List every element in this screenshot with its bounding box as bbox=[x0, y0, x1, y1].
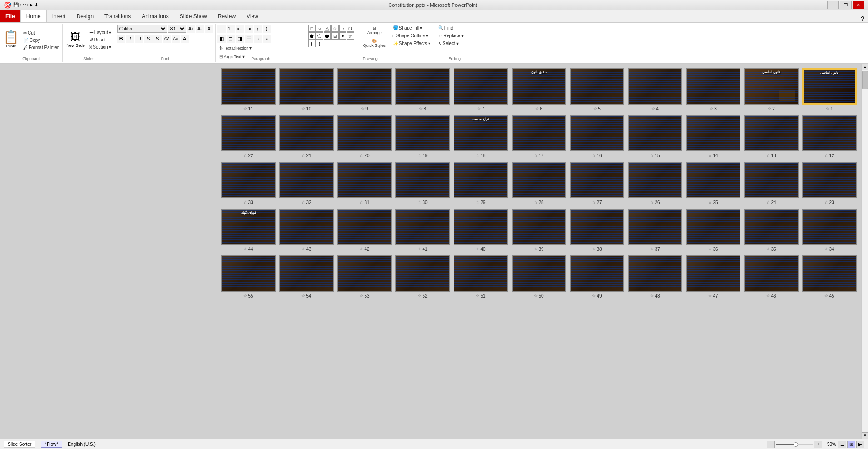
slide-thumbnail[interactable] bbox=[395, 162, 450, 198]
find-button[interactable]: 🔍 Find bbox=[436, 25, 455, 31]
replace-button[interactable]: ↔ Replace ▾ bbox=[436, 32, 465, 39]
arrange-button[interactable]: ⊡ Arrange bbox=[361, 25, 388, 36]
flow-tab[interactable]: *Flow* bbox=[41, 441, 62, 448]
slide-thumbnail[interactable] bbox=[395, 209, 450, 245]
font-color-button[interactable]: A bbox=[181, 35, 189, 43]
slide-item[interactable]: ☆27 bbox=[570, 162, 624, 205]
text-dir-button[interactable]: ↔ bbox=[254, 35, 262, 43]
slide-thumbnail[interactable] bbox=[686, 209, 740, 245]
case-button[interactable]: Aa bbox=[172, 35, 180, 43]
slide-thumbnail[interactable] bbox=[802, 255, 857, 292]
slide-item[interactable]: ☆19 bbox=[395, 115, 450, 158]
tab-view[interactable]: View bbox=[241, 10, 264, 22]
shape-outline-button[interactable]: □ Shape Outline ▾ bbox=[391, 32, 432, 39]
tab-transitions[interactable]: Transitions bbox=[99, 10, 136, 22]
shape-item[interactable]: ⊞ bbox=[331, 32, 339, 40]
select-button[interactable]: ↖ Select ▾ bbox=[436, 40, 460, 47]
justify-button[interactable]: ☰ bbox=[245, 35, 253, 43]
slide-item[interactable]: قانون اساسی☆2 bbox=[744, 68, 799, 111]
text-direction-button[interactable]: ⇅ Text Direction ▾ bbox=[217, 45, 254, 51]
slide-item[interactable]: ☆51 bbox=[454, 255, 508, 299]
align-text-button[interactable]: ≡ bbox=[263, 35, 271, 43]
slide-thumbnail[interactable] bbox=[279, 209, 334, 245]
slide-item[interactable]: ☆46 bbox=[744, 255, 799, 299]
bold-button[interactable]: B bbox=[117, 35, 125, 43]
slide-thumbnail[interactable] bbox=[686, 115, 740, 151]
cut-button[interactable]: ✂ Cut bbox=[21, 30, 60, 36]
slide-thumbnail[interactable] bbox=[570, 209, 624, 245]
slide-item[interactable]: ☆39 bbox=[512, 209, 566, 252]
increase-indent-button[interactable]: ⇥ bbox=[245, 25, 253, 33]
slide-item[interactable]: ☆38 bbox=[570, 209, 624, 252]
slide-thumbnail[interactable] bbox=[570, 115, 624, 151]
slide-item[interactable]: ☆10 bbox=[279, 68, 334, 111]
slide-item[interactable]: ☆20 bbox=[337, 115, 392, 158]
align-center-button[interactable]: ⊟ bbox=[227, 35, 235, 43]
align-right-button[interactable]: ◨ bbox=[236, 35, 244, 43]
shape-item[interactable]: □ bbox=[308, 25, 316, 32]
slide-thumbnail[interactable] bbox=[628, 209, 682, 245]
slide-item[interactable]: ☆30 bbox=[395, 162, 450, 205]
new-slide-button[interactable]: 🖼 New Slide bbox=[64, 30, 87, 49]
slide-thumbnail[interactable]: فراخ به پسی bbox=[454, 115, 508, 151]
slide-item[interactable]: ☆13 bbox=[744, 115, 799, 158]
slide-item[interactable]: ☆12 bbox=[802, 115, 857, 158]
slide-thumbnail[interactable] bbox=[802, 115, 857, 151]
shape-item[interactable]: ⬟ bbox=[308, 32, 316, 40]
shape-item[interactable]: △ bbox=[324, 25, 331, 32]
slide-thumbnail[interactable] bbox=[337, 162, 392, 198]
shape-item[interactable]: ⬢ bbox=[324, 32, 331, 40]
tab-animations[interactable]: Animations bbox=[136, 10, 174, 22]
slide-thumbnail[interactable] bbox=[279, 255, 334, 292]
shape-item[interactable]: ✦ bbox=[339, 32, 346, 40]
slide-thumbnail[interactable] bbox=[337, 209, 392, 245]
slide-thumbnail[interactable] bbox=[512, 115, 566, 151]
tab-file[interactable]: File bbox=[0, 10, 20, 22]
slide-thumbnail[interactable] bbox=[744, 209, 799, 245]
shrink-font-button[interactable]: A↓ bbox=[196, 25, 204, 33]
slide-thumbnail[interactable] bbox=[628, 162, 682, 198]
slide-thumbnail[interactable] bbox=[454, 255, 508, 292]
shape-item[interactable]: ◇ bbox=[331, 25, 339, 32]
slide-item[interactable]: ☆52 bbox=[395, 255, 450, 299]
slide-thumbnail[interactable] bbox=[395, 255, 450, 292]
scroll-down-button[interactable]: ▼ bbox=[862, 432, 868, 439]
slide-sorter-tab[interactable]: Slide Sorter bbox=[4, 441, 35, 448]
font-size-select[interactable]: 80 bbox=[168, 25, 186, 33]
slide-item[interactable]: ☆32 bbox=[279, 162, 334, 205]
slide-item[interactable]: ☆42 bbox=[337, 209, 392, 252]
slide-thumbnail[interactable] bbox=[395, 68, 450, 105]
slide-item[interactable]: ☆31 bbox=[337, 162, 392, 205]
slide-thumbnail[interactable] bbox=[221, 68, 276, 105]
layout-button[interactable]: ☰ Layout ▾ bbox=[88, 29, 113, 36]
slide-thumbnail[interactable] bbox=[628, 255, 682, 292]
slide-item[interactable]: ☆22 bbox=[221, 115, 276, 158]
slide-thumbnail[interactable] bbox=[279, 162, 334, 198]
slide-thumbnail[interactable] bbox=[454, 209, 508, 245]
slide-thumbnail[interactable] bbox=[395, 115, 450, 151]
slide-thumbnail[interactable] bbox=[570, 162, 624, 198]
slide-thumbnail[interactable]: قانون اساسی bbox=[802, 68, 857, 105]
slide-item[interactable]: ☆50 bbox=[512, 255, 566, 299]
slide-item[interactable]: ☆36 bbox=[686, 209, 740, 252]
bullets-button[interactable]: ≡ bbox=[217, 25, 226, 33]
zoom-out-button[interactable]: − bbox=[767, 441, 775, 448]
view-normal-button[interactable]: ☰ bbox=[838, 441, 846, 448]
shape-item[interactable]: → bbox=[339, 25, 346, 32]
slide-item[interactable]: فراخ به پسی☆18 bbox=[454, 115, 508, 158]
shape-item[interactable]: { bbox=[308, 40, 316, 47]
copy-button[interactable]: 📄 Copy bbox=[21, 37, 60, 44]
slide-thumbnail[interactable] bbox=[570, 255, 624, 292]
slide-thumbnail[interactable] bbox=[628, 115, 682, 151]
slide-item[interactable]: ☆29 bbox=[454, 162, 508, 205]
slide-item[interactable]: ☆14 bbox=[686, 115, 740, 158]
shape-item[interactable]: ⬠ bbox=[316, 32, 323, 40]
decrease-indent-button[interactable]: ⇤ bbox=[236, 25, 244, 33]
slide-item[interactable]: قانون اساسی☆1 bbox=[802, 68, 857, 111]
slide-item[interactable]: ☆34 bbox=[802, 209, 857, 252]
slide-item[interactable]: ☆3 bbox=[686, 68, 740, 111]
slide-thumbnail[interactable] bbox=[221, 162, 276, 198]
slide-thumbnail[interactable] bbox=[744, 162, 799, 198]
slide-item[interactable]: ☆5 bbox=[570, 68, 624, 111]
zoom-in-button[interactable]: + bbox=[814, 441, 822, 448]
